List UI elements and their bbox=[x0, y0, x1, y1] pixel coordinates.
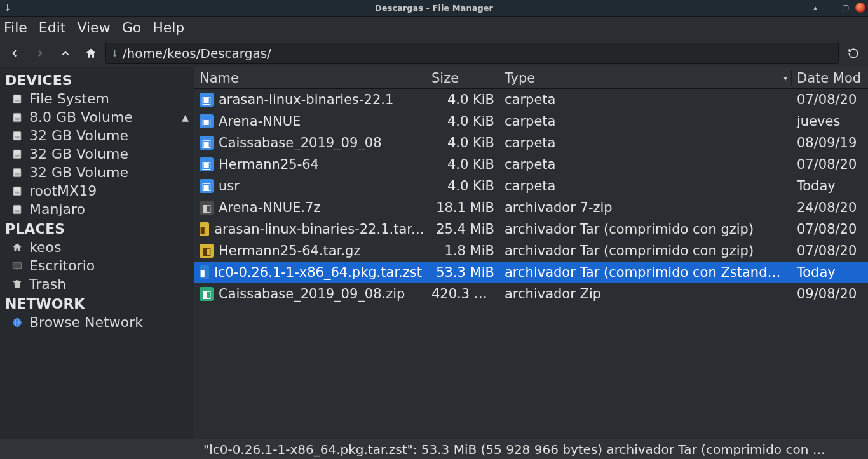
up-button[interactable] bbox=[55, 43, 76, 64]
sidebar-device-item[interactable]: rootMX19 bbox=[1, 182, 193, 200]
archive-icon: ◧ bbox=[200, 287, 214, 301]
disk-icon bbox=[10, 112, 24, 123]
sidebar-place-item[interactable]: keos bbox=[1, 238, 193, 256]
path-input[interactable]: ↓ /home/keos/Descargas/ bbox=[105, 43, 839, 64]
menu-file[interactable]: File bbox=[4, 20, 27, 36]
cell-type: archivador 7-zip bbox=[499, 200, 792, 215]
cell-type: archivador Zip bbox=[499, 286, 792, 302]
sidebar-item-label: 8.0 GB Volume bbox=[29, 109, 133, 125]
file-row[interactable]: ▣Arena-NNUE4.0 KiBcarpetajueves bbox=[194, 110, 868, 132]
cell-type: archivador Tar (comprimido con gzip) bbox=[499, 243, 792, 258]
cell-size: 53.3 MiB bbox=[426, 265, 499, 280]
path-text: /home/keos/Descargas/ bbox=[123, 46, 271, 61]
column-type-label: Type bbox=[505, 70, 535, 86]
sidebar-device-item[interactable]: Manjaro bbox=[1, 200, 193, 218]
toolbar: ↓ /home/keos/Descargas/ bbox=[0, 39, 868, 67]
column-type[interactable]: Type ▾ bbox=[499, 70, 792, 86]
sidebar-network-item[interactable]: Browse Network bbox=[1, 313, 193, 331]
cell-name: ▣Arena-NNUE bbox=[194, 114, 426, 129]
sidebar-device-item[interactable]: 32 GB Volume bbox=[1, 145, 193, 163]
menu-go[interactable]: Go bbox=[122, 20, 142, 36]
svg-rect-10 bbox=[13, 187, 21, 196]
maximize-button[interactable]: ▢ bbox=[840, 2, 851, 13]
file-name: Hermann25-64.tar.gz bbox=[219, 243, 360, 258]
folder-icon: ▣ bbox=[200, 157, 214, 171]
folder-icon: ▣ bbox=[200, 179, 214, 193]
cell-type: archivador Tar (comprimido con gzip) bbox=[499, 222, 792, 237]
eject-icon[interactable]: ▲ bbox=[182, 112, 189, 123]
cell-size: 1.8 MiB bbox=[426, 243, 499, 258]
cell-name: ◧Hermann25-64.tar.gz bbox=[194, 243, 426, 258]
sidebar-place-item[interactable]: Escritorio bbox=[1, 256, 193, 275]
archive-icon: ◧ bbox=[200, 201, 214, 215]
statusbar-text: "lc0-0.26.1-1-x86_64.pkg.tar.zst": 53.3 … bbox=[203, 442, 825, 457]
column-date[interactable]: Date Mod bbox=[792, 70, 868, 86]
file-row[interactable]: ◧Hermann25-64.tar.gz1.8 MiBarchivador Ta… bbox=[194, 240, 868, 262]
window-title: Descargas - File Manager bbox=[0, 3, 868, 13]
cell-name: ▣usr bbox=[194, 178, 426, 194]
file-row[interactable]: ▣usr4.0 KiBcarpetaToday bbox=[194, 175, 868, 197]
cell-type: carpeta bbox=[499, 157, 792, 172]
shade-button[interactable]: ▴ bbox=[810, 2, 821, 13]
forward-button[interactable] bbox=[29, 43, 51, 64]
disk-icon bbox=[10, 167, 24, 178]
titlebar: ↓ Descargas - File Manager ▴ — ▢ bbox=[0, 0, 868, 17]
cell-type: carpeta bbox=[499, 135, 792, 150]
archive-icon: ◧ bbox=[200, 222, 209, 236]
window-controls: ▴ — ▢ bbox=[810, 2, 865, 13]
body: DEVICES File System8.0 GB Volume▲32 GB V… bbox=[0, 67, 868, 439]
file-row[interactable]: ◧arasan-linux-binaries-22.1.tar.…25.4 Mi… bbox=[194, 218, 868, 240]
folder-icon: ▣ bbox=[200, 93, 214, 107]
disk-icon bbox=[10, 93, 24, 105]
column-name[interactable]: Name bbox=[194, 70, 426, 86]
column-size[interactable]: Size bbox=[426, 70, 499, 86]
globe-icon bbox=[10, 317, 24, 328]
sidebar-header-devices: DEVICES bbox=[1, 70, 193, 90]
cell-date: 24/08/20 bbox=[792, 200, 868, 215]
sidebar-header-network: NETWORK bbox=[1, 293, 193, 313]
svg-rect-2 bbox=[13, 113, 21, 122]
file-name: usr bbox=[219, 178, 240, 194]
svg-rect-11 bbox=[15, 191, 20, 194]
cell-size: 18.1 MiB bbox=[426, 200, 499, 215]
file-name: Hermann25-64 bbox=[219, 157, 319, 172]
trash-icon bbox=[10, 279, 24, 290]
file-row[interactable]: ▣Caissabase_2019_09_084.0 KiBcarpeta08/0… bbox=[194, 132, 868, 154]
menu-edit[interactable]: Edit bbox=[39, 20, 66, 36]
file-name: Arena-NNUE bbox=[219, 114, 301, 129]
close-button[interactable] bbox=[855, 3, 865, 13]
file-row[interactable]: ▣Hermann25-644.0 KiBcarpeta07/08/20 bbox=[194, 154, 868, 175]
refresh-button[interactable] bbox=[843, 43, 864, 64]
menu-view[interactable]: View bbox=[77, 20, 110, 36]
cell-date: 07/08/20 bbox=[792, 222, 868, 237]
file-list[interactable]: ▣arasan-linux-binaries-22.14.0 KiBcarpet… bbox=[194, 89, 868, 439]
cell-name: ▣arasan-linux-binaries-22.1 bbox=[194, 92, 426, 107]
cell-date: 07/08/20 bbox=[792, 243, 868, 258]
sidebar-item-label: Browse Network bbox=[29, 314, 143, 330]
sidebar-device-item[interactable]: File System bbox=[1, 90, 193, 108]
sidebar-item-label: 32 GB Volume bbox=[29, 146, 128, 162]
sidebar-place-item[interactable]: Trash bbox=[1, 275, 193, 293]
file-row[interactable]: ▣arasan-linux-binaries-22.14.0 KiBcarpet… bbox=[194, 89, 868, 110]
file-name: Caissabase_2019_09_08.zip bbox=[219, 286, 405, 302]
file-pane: Name Size Type ▾ Date Mod ▣arasan-linux-… bbox=[194, 67, 868, 439]
file-row[interactable]: ◧Arena-NNUE.7z18.1 MiBarchivador 7-zip24… bbox=[194, 197, 868, 218]
folder-icon: ▣ bbox=[200, 114, 214, 128]
sidebar-device-item[interactable]: 32 GB Volume bbox=[1, 126, 193, 145]
svg-rect-5 bbox=[15, 136, 20, 138]
window-menu-icon[interactable]: ↓ bbox=[4, 3, 11, 13]
back-button[interactable] bbox=[4, 43, 25, 64]
home-button[interactable] bbox=[80, 43, 102, 64]
sidebar-item-label: 32 GB Volume bbox=[29, 128, 128, 143]
disk-icon bbox=[10, 204, 24, 215]
svg-rect-15 bbox=[16, 269, 19, 270]
sidebar-item-label: Trash bbox=[29, 276, 66, 292]
disk-icon bbox=[10, 130, 24, 142]
file-row[interactable]: ◧Caissabase_2019_09_08.zip420.3 MiBarchi… bbox=[194, 283, 868, 305]
file-row[interactable]: ◧lc0-0.26.1-1-x86_64.pkg.tar.zst53.3 MiB… bbox=[194, 262, 868, 283]
archive-icon: ◧ bbox=[200, 265, 209, 279]
sidebar-device-item[interactable]: 8.0 GB Volume▲ bbox=[1, 108, 193, 126]
minimize-button[interactable]: — bbox=[825, 2, 836, 13]
menu-help[interactable]: Help bbox=[153, 20, 184, 36]
sidebar-device-item[interactable]: 32 GB Volume bbox=[1, 163, 193, 182]
